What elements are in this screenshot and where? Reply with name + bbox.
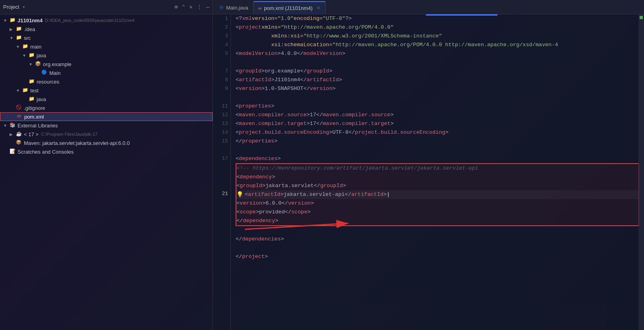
xml-icon: m	[16, 113, 23, 120]
tree-item-main-folder[interactable]: 📁 main	[0, 42, 213, 51]
folder-icon-main: 📁	[21, 43, 29, 50]
editor-area[interactable]: 1 2 3 4 5 7 8 9 11 12 13 14 15 17	[213, 14, 644, 330]
panel-header: Project ▾ ⊕ ⌃ ✕ ⋮ —	[0, 0, 213, 14]
code-line-25	[236, 226, 639, 235]
tree-label-root: J1101nm4	[18, 18, 43, 23]
maven-icon: 📦	[15, 140, 22, 146]
tree-meta-root: D:\IDEA_java_code\0926\javacode\J1101nm4	[45, 18, 135, 23]
code-line-6	[236, 58, 639, 67]
code-line-5: <modelVersion> 4.0.0 </modelVersion>	[236, 49, 639, 58]
code-line-21: 💡 <artifactId> jakarta.servlet-api </art…	[236, 190, 638, 199]
panel-title: Project	[3, 4, 19, 10]
tree-label-main: main	[30, 44, 41, 50]
tab-active-indicator	[426, 14, 498, 16]
panel-icons: ⊕ ⌃ ✕ ⋮ —	[174, 4, 209, 10]
code-line-26: </dependencies>	[236, 235, 639, 244]
code-line-13: <maven.compiler.target> 17 </maven.compi…	[236, 119, 639, 128]
tree-item-maven-servlet[interactable]: 📦 Maven: jakarta.servlet:jakarta.servlet…	[0, 139, 213, 147]
tab-icon-main-java: ☉	[219, 5, 224, 10]
panel-title-arrow[interactable]: ▾	[22, 4, 25, 10]
code-line-1: <?xml version="1.0" encoding="UTF-8" ?>	[236, 14, 639, 23]
code-line-11: <properties>	[236, 102, 639, 111]
folder-icon-idea: 📁	[15, 26, 22, 32]
tree-item-test[interactable]: 📁 test	[0, 86, 213, 95]
tree-item-resources[interactable]: 📁 resources	[0, 77, 213, 86]
tree-item-scratches[interactable]: 📝 Scratches and Consoles	[0, 147, 213, 156]
code-line-20: <groupId> jakarta.servlet </groupId>	[236, 182, 638, 190]
tab-main-java[interactable]: ☉ Main.java	[215, 1, 253, 14]
code-line-18: <!-- https://mvnrepository.com/artifact/…	[236, 164, 638, 173]
tree-item-ext-libs[interactable]: 📚 External Libraries	[0, 121, 213, 130]
tab-close-pom[interactable]: ✕	[316, 5, 320, 11]
project-panel: Project ▾ ⊕ ⌃ ✕ ⋮ — 📁 J1101nm4 D:\IDEA_j…	[0, 0, 213, 330]
code-content[interactable]: <?xml version="1.0" encoding="UTF-8" ?> …	[231, 14, 644, 330]
tab-label-main-java: Main.java	[226, 5, 248, 11]
jdk-icon: ☕	[15, 131, 22, 137]
close-icon[interactable]: ✕	[189, 4, 192, 10]
tree-item-test-java[interactable]: 📁 java	[0, 95, 213, 103]
tabs-bar: ☉ Main.java m pom.xml (J1101nm4) ✕	[213, 0, 644, 14]
scratches-icon: 📝	[9, 148, 16, 155]
gitignore-icon: 🚫	[15, 105, 22, 111]
code-line-8: <artifactId> J1101nm4 </artifactId>	[236, 76, 639, 84]
code-line-16	[236, 146, 639, 154]
code-line-19: <dependency>	[236, 173, 638, 182]
tree-item-gitignore[interactable]: 🚫 .gitignore	[0, 103, 213, 112]
bulb-icon[interactable]: 💡	[236, 190, 243, 199]
tree-item-main-class[interactable]: 🔵 Main	[0, 68, 213, 77]
tree-label-scratches: Scratches and Consoles	[18, 149, 74, 155]
code-line-7: <groupId> org.example </groupId>	[236, 67, 639, 76]
up-icon[interactable]: ⌃	[182, 4, 185, 10]
tree-label-jdk17: < 17 >	[24, 131, 39, 137]
code-line-24: </dependency>	[236, 217, 638, 225]
status-indicator	[640, 16, 643, 19]
tree-label-gitignore: .gitignore	[24, 105, 45, 111]
editor-panel: ☉ Main.java m pom.xml (J1101nm4) ✕ 1 2 3…	[213, 0, 644, 330]
code-line-17: <dependencies>	[236, 154, 639, 163]
tree-item-pom[interactable]: m pom.xml	[0, 112, 213, 121]
code-line-14: <project.build.sourceEncoding> UTF-8 </p…	[236, 128, 639, 137]
code-line-3: ........... xmlns:xsi="http://www.w3.org…	[236, 32, 639, 41]
tree-label-ext-libs: External Libraries	[18, 123, 58, 129]
tab-icon-pom-xml: m	[258, 6, 262, 10]
tree-label-idea: .idea	[24, 26, 35, 32]
tree-label-resources: resources	[37, 79, 59, 85]
tab-label-pom-xml: pom.xml (J1101nm4)	[264, 5, 312, 11]
minimize-icon[interactable]: —	[206, 4, 209, 10]
tree-label-org-example: org.example	[43, 61, 72, 67]
tree-label-src: src	[24, 35, 31, 41]
code-line-23: <scope> provided </scope>	[236, 208, 638, 217]
code-line-12: <maven.compiler.source> 17 </maven.compi…	[236, 111, 639, 119]
jdk-path: C:\Program Files\Java\jdk-17	[41, 132, 98, 137]
folder-icon-test-java: 📁	[28, 96, 35, 102]
code-line-2: <project xmlns="http://maven.apache.org/…	[236, 23, 639, 32]
code-line-27	[236, 244, 639, 252]
tab-pom-xml[interactable]: m pom.xml (J1101nm4) ✕	[253, 1, 326, 14]
tree-item-root[interactable]: 📁 J1101nm4 D:\IDEA_java_code\0926\javaco…	[0, 16, 213, 25]
project-tree[interactable]: 📁 J1101nm4 D:\IDEA_java_code\0926\javaco…	[0, 14, 213, 330]
package-icon: 📦	[34, 61, 41, 67]
tree-item-org-example[interactable]: 📦 org.example	[0, 60, 213, 68]
code-line-15: </properties>	[236, 137, 639, 146]
folder-icon: 📁	[9, 17, 16, 23]
tree-label-test-java: java	[37, 96, 46, 102]
scrollbar-track[interactable]	[638, 14, 644, 330]
code-line-22: <version> 6.0.0 </version>	[236, 199, 638, 208]
code-line-4: ........... xsi:schemaLocation="http://m…	[236, 41, 639, 49]
more-icon[interactable]: ⋮	[197, 4, 202, 10]
java-class-icon: 🔵	[41, 70, 48, 76]
tree-item-jdk17[interactable]: ☕ < 17 > C:\Program Files\Java\jdk-17	[0, 130, 213, 139]
code-line-9: <version> 1.0-SNAPSHOT </version>	[236, 84, 639, 93]
tree-item-idea[interactable]: 📁 .idea	[0, 25, 213, 33]
globe-icon[interactable]: ⊕	[174, 4, 178, 10]
folder-icon-java: 📁	[28, 52, 35, 59]
tree-item-java-folder[interactable]: 📁 java	[0, 51, 213, 60]
line-numbers: 1 2 3 4 5 7 8 9 11 12 13 14 15 17	[213, 14, 231, 330]
tree-item-src[interactable]: 📁 src	[0, 33, 213, 42]
dependency-highlight-box: <!-- https://mvnrepository.com/artifact/…	[236, 163, 639, 226]
tree-label-java: java	[37, 53, 46, 59]
folder-icon-resources: 📁	[28, 78, 35, 85]
folder-icon-test: 📁	[21, 87, 29, 94]
tree-label-pom: pom.xml	[24, 114, 44, 120]
tree-label-test: test	[30, 88, 39, 94]
